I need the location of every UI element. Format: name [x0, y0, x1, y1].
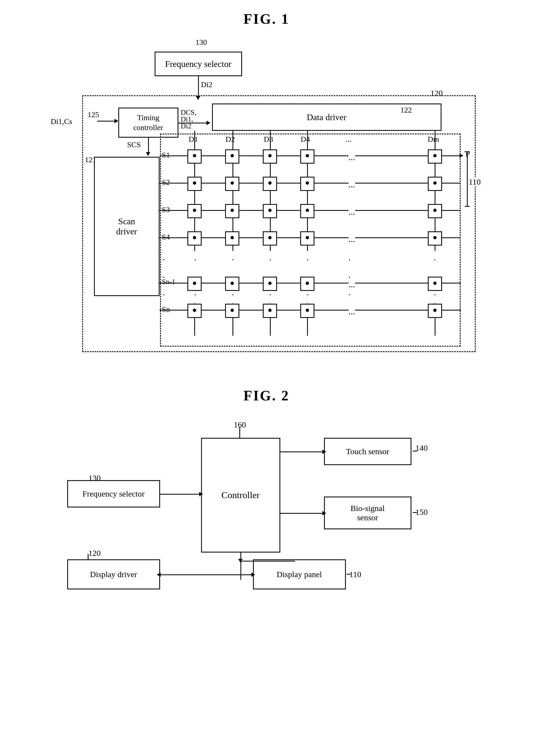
dot-s3d2: [231, 209, 234, 212]
controller-box: Controller: [201, 438, 280, 553]
controller-label: Controller: [222, 490, 260, 500]
frequency-selector-box: Frequency selector: [154, 52, 242, 76]
data-driver-label: Data driver: [307, 112, 347, 122]
dot-s3d3: [268, 209, 271, 212]
col-dots-label: ...: [346, 135, 351, 144]
freq-selector-fig2-label: Frequency selector: [82, 489, 145, 499]
sd-s2: [159, 183, 168, 183]
arrow-p: [460, 153, 463, 158]
dot-snd2: [231, 309, 234, 312]
row-sn-label: Sn: [162, 305, 170, 314]
dot-s2dm: [433, 181, 436, 185]
dot-s2d1: [193, 181, 196, 185]
dot-s3d1: [193, 209, 196, 212]
row-s2-label: S2: [162, 178, 170, 187]
fig2-title: FIG. 2: [22, 388, 511, 404]
touch-sensor-box: Touch sensor: [324, 438, 411, 465]
dot-sn1d2: [231, 282, 234, 285]
dot-s4d3: [268, 236, 271, 239]
dot-snd3: [268, 309, 271, 312]
arrow-ctrl-dp: [238, 559, 242, 563]
scan-vdots: ···: [163, 251, 165, 304]
dot-s4d2: [231, 236, 234, 239]
dot-snd1: [193, 309, 196, 312]
line-scs-v: [148, 138, 149, 154]
sd-s4: [159, 237, 168, 238]
display-panel-label: Display panel: [277, 570, 322, 579]
ref-110-fig2-label: 110: [350, 570, 361, 579]
fig1-diagram: 130 Frequency selector Di2 125 Di1,Cs Ti…: [34, 38, 499, 366]
arrow-scs-down: [146, 152, 150, 156]
line-p-h: [442, 155, 461, 156]
arrow-dd-dp: [251, 573, 255, 577]
col-d2-label: D2: [226, 135, 235, 144]
ref-130-label: 130: [196, 38, 207, 47]
bio-signal-label: Bio-signalsensor: [351, 504, 385, 522]
dots-rowsn1: ...: [349, 280, 355, 289]
scs-label: SCS: [127, 140, 141, 149]
ref-140-label: 140: [415, 443, 428, 452]
sd-s3: [159, 210, 168, 211]
bio-signal-box: Bio-signalsensor: [324, 497, 411, 529]
dot-sn1d4: [306, 282, 309, 285]
dots-row3: ...: [349, 207, 355, 217]
sd-sn1: [159, 283, 168, 284]
line-freq-down: [198, 76, 199, 98]
dot-s3dm: [433, 209, 436, 212]
di2-top-label: Di2: [201, 80, 212, 89]
ref-122-label: 122: [401, 106, 412, 115]
arrow-ctrl-bio: [323, 511, 326, 515]
sd-sn: [159, 310, 168, 310]
dot-s1d1: [193, 154, 196, 157]
line-dd-dp: [160, 574, 253, 575]
dot-sn1d1: [193, 282, 196, 285]
tilde-140: [413, 451, 417, 451]
dots-row2: ...: [349, 179, 355, 190]
dot-snd4: [306, 309, 309, 312]
scan-driver-box: Scandriver: [94, 157, 159, 296]
line-freq-ctrl: [160, 494, 201, 495]
tilde-110: [347, 574, 351, 575]
touch-sensor-label: Touch sensor: [346, 447, 389, 456]
p-label: P: [465, 149, 470, 159]
arrow-ctrl-touch: [323, 449, 326, 454]
row-sn1-label: Sn-1: [162, 278, 175, 286]
dots-row4: ...: [349, 234, 355, 244]
line-ctrl-dp-h: [240, 561, 295, 561]
dot-s4d1: [193, 236, 196, 239]
ref-110-label: 110: [469, 177, 481, 187]
dot-s1d2: [231, 154, 234, 157]
ref-150-label: 150: [415, 507, 428, 517]
col-d1-label: D1: [189, 135, 198, 144]
dot-s1d4: [306, 154, 309, 157]
row-s1-label: S1: [162, 151, 170, 159]
line-ctrl-touch: [280, 451, 324, 452]
col-dm-label: Dm: [428, 135, 439, 144]
row-s4-label: S4: [162, 233, 170, 241]
dot-s1d3: [268, 154, 271, 157]
dot-s2d2: [231, 181, 234, 185]
frequency-selector-label: Frequency selector: [165, 59, 231, 69]
dot-s4d4: [306, 236, 309, 239]
bracket-110-v: [467, 151, 468, 206]
dots-mid-vdots: ···: [349, 251, 351, 304]
fig2-diagram: 160 Controller Touch sensor 140 Bio-sign…: [62, 420, 471, 611]
scan-driver-label: Scandriver: [116, 216, 137, 236]
display-driver-box: Display driver: [67, 559, 160, 589]
bracket-110-h2: [465, 206, 470, 207]
fig1-title: FIG. 1: [22, 11, 511, 27]
dot-sndm: [433, 309, 436, 312]
ref-120-fig2-label: 120: [89, 549, 101, 558]
display-panel-box: Display panel: [253, 559, 346, 589]
dot-s1dm: [433, 154, 436, 157]
dot-s2d3: [268, 181, 271, 185]
scan-driver-s1: [159, 155, 168, 156]
dot-s3d4: [306, 209, 309, 212]
arrow-freq-ctrl: [199, 492, 203, 496]
line-160-down: [239, 427, 240, 438]
dots-rowsn: ...: [349, 307, 355, 316]
col-d4-label: D4: [301, 135, 310, 144]
row-s3-label: S3: [162, 205, 170, 214]
dots-row1: ...: [349, 152, 355, 162]
dot-s2d4: [306, 181, 309, 185]
